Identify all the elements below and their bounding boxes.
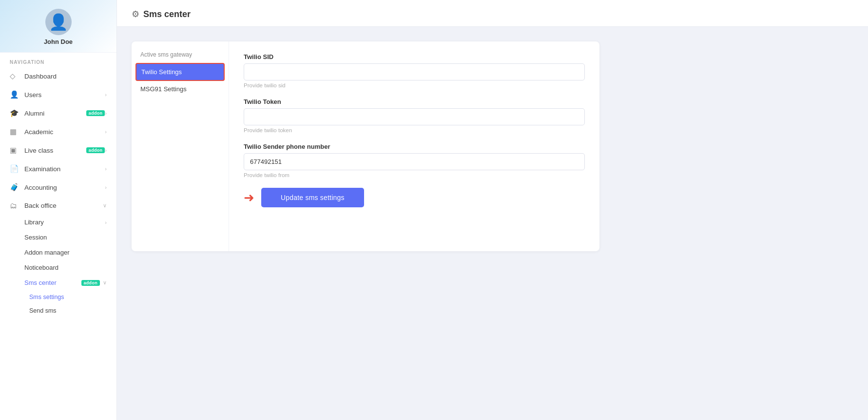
sidebar-item-liveclass[interactable]: ▣ Live class addon ›	[0, 141, 116, 160]
twilio-token-label: Twilio Token	[244, 98, 585, 105]
gateway-item-twilio[interactable]: Twilio Settings	[135, 63, 225, 81]
twilio-sender-input[interactable]	[244, 153, 585, 170]
liveclass-icon: ▣	[10, 146, 19, 155]
sidebar-item-dashboard[interactable]: ◇ Dashboard	[0, 67, 116, 85]
sidebar-item-session[interactable]: Session	[0, 230, 116, 245]
twilio-sender-label: Twilio Sender phone number	[244, 143, 585, 150]
sidebar-item-accounting[interactable]: 🧳 Accounting ›	[0, 178, 116, 197]
sidebar-item-label: Alumni	[24, 110, 84, 117]
twilio-token-group: Twilio Token Provide twilio token	[244, 98, 585, 133]
settings-card: Active sms gateway Twilio Settings MSG91…	[132, 41, 599, 251]
backoffice-icon: 🗂	[10, 201, 19, 210]
chevron-down-icon: ∨	[103, 202, 107, 209]
sidebar-item-academic[interactable]: ▦ Academic ›	[0, 122, 116, 141]
chevron-down-icon: ∨	[103, 280, 107, 286]
update-sms-settings-button[interactable]: Update sms settings	[261, 188, 364, 207]
twilio-sid-input[interactable]	[244, 63, 585, 80]
arrow-right-icon: ➜	[244, 190, 254, 205]
sidebar-item-label: Dashboard	[24, 73, 107, 80]
chevron-right-icon: ›	[105, 184, 107, 190]
sidebar-item-label: Live class	[24, 147, 84, 154]
sidebar-item-addon-manager[interactable]: Addon manager	[0, 245, 116, 260]
gear-icon: ⚙	[132, 9, 139, 20]
twilio-sid-label: Twilio SID	[244, 53, 585, 60]
academic-icon: ▦	[10, 127, 19, 136]
addon-badge: addon	[81, 280, 100, 286]
sidebar-item-label: Users	[24, 91, 105, 99]
chevron-right-icon: ›	[105, 92, 107, 98]
sidebar-item-users[interactable]: 👤 Users ›	[0, 85, 116, 104]
avatar: 👤	[45, 9, 72, 35]
examination-icon: 📄	[10, 164, 19, 173]
form-area: Twilio SID Provide twilio sid Twilio Tok…	[229, 41, 599, 251]
gateway-item-msg91[interactable]: MSG91 Settings	[132, 81, 229, 97]
users-icon: 👤	[10, 90, 19, 99]
main-content: ⚙ Sms center Active sms gateway Twilio S…	[117, 0, 868, 420]
user-name: John Doe	[44, 38, 73, 45]
sidebar-item-label: Academic	[24, 128, 105, 136]
twilio-token-hint: Provide twilio token	[244, 127, 585, 133]
chevron-right-icon: ›	[105, 220, 107, 225]
twilio-sid-group: Twilio SID Provide twilio sid	[244, 53, 585, 88]
accounting-icon: 🧳	[10, 183, 19, 192]
user-profile: 👤 John Doe	[0, 0, 116, 53]
content-area: Active sms gateway Twilio Settings MSG91…	[117, 27, 868, 420]
chevron-right-icon: ›	[105, 129, 107, 135]
avatar-icon: 👤	[49, 13, 68, 31]
addon-badge: addon	[86, 147, 105, 153]
sidebar-item-label: Accounting	[24, 184, 105, 191]
sidebar-item-examination[interactable]: 📄 Examination ›	[0, 160, 116, 178]
sidebar-item-noticeboard[interactable]: Noticeboard	[0, 260, 116, 275]
sidebar-item-backoffice[interactable]: 🗂 Back office ∨	[0, 197, 116, 215]
sidebar-item-smscenter[interactable]: Sms center addon ∨	[0, 275, 116, 290]
chevron-right-icon: ›	[105, 110, 107, 116]
update-button-row: ➜ Update sms settings	[244, 188, 585, 207]
twilio-token-input[interactable]	[244, 108, 585, 125]
page-header: ⚙ Sms center	[117, 0, 868, 27]
chevron-right-icon: ›	[105, 166, 107, 172]
dashboard-icon: ◇	[10, 72, 19, 80]
twilio-sender-group: Twilio Sender phone number Provide twili…	[244, 143, 585, 178]
nav-section-label: NAVIGATION	[0, 53, 116, 67]
sidebar: 👤 John Doe NAVIGATION ◇ Dashboard 👤 User…	[0, 0, 117, 420]
page-title: Sms center	[143, 9, 191, 20]
twilio-sid-hint: Provide twilio sid	[244, 82, 585, 88]
gateway-sidebar: Active sms gateway Twilio Settings MSG91…	[132, 41, 229, 251]
sidebar-item-alumni[interactable]: 🎓 Alumni addon ›	[0, 104, 116, 122]
twilio-sender-hint: Provide twilio from	[244, 172, 585, 178]
chevron-right-icon: ›	[105, 147, 107, 153]
sidebar-item-send-sms[interactable]: Send sms	[0, 304, 116, 318]
sidebar-item-library[interactable]: Library ›	[0, 215, 116, 230]
gateway-section-label: Active sms gateway	[132, 51, 229, 63]
sidebar-item-sms-settings[interactable]: Sms settings	[0, 290, 116, 304]
sidebar-item-label: Examination	[24, 165, 105, 173]
alumni-icon: 🎓	[10, 109, 19, 118]
addon-badge: addon	[86, 110, 105, 116]
sidebar-item-label: Back office	[24, 202, 103, 209]
